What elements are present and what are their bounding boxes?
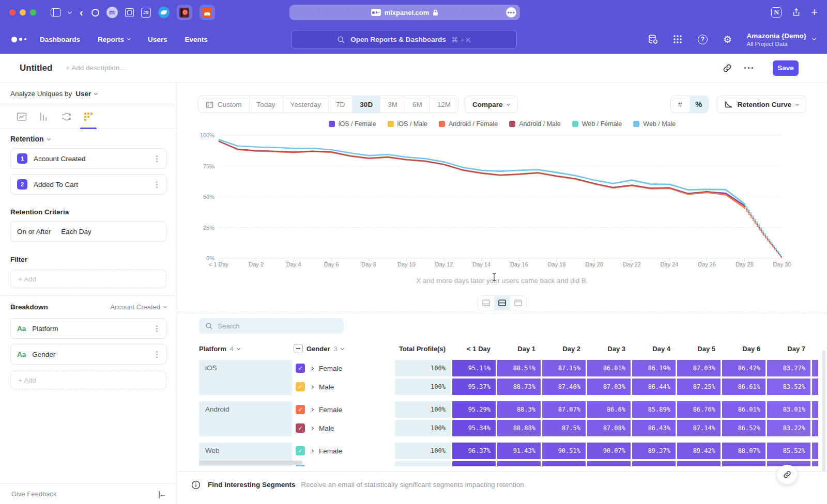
report-title[interactable]: Untitled [20, 63, 52, 73]
day-column-header[interactable]: Day 1 [497, 345, 541, 353]
series-checkbox[interactable]: ✓ [296, 382, 305, 391]
range-button-7d[interactable]: 7D [328, 96, 352, 113]
retention-value-cell[interactable]: 88.34% [722, 461, 765, 466]
pinned-tab-readwise[interactable] [177, 5, 192, 20]
sidebar-toggle-icon[interactable] [51, 8, 61, 17]
retention-value-cell[interactable]: 87.5% [542, 420, 586, 436]
retention-value-cell[interactable]: 90.07% [587, 443, 631, 459]
settings-gear-icon[interactable]: ⚙ [722, 34, 733, 45]
gender-cell[interactable]: ✓Male [294, 461, 393, 466]
retention-value-cell[interactable]: 87.14% [677, 420, 721, 436]
copy-link-icon[interactable] [723, 64, 732, 73]
zoom-window-button[interactable] [30, 9, 36, 15]
retention-value-cell[interactable]: 91.43% [497, 443, 541, 459]
retention-value-cell[interactable]: 87.03% [677, 360, 721, 376]
retention-value-cell[interactable]: 87.25% [677, 379, 721, 395]
retention-value-cell[interactable]: 88.07% [722, 443, 765, 459]
nav-item-users[interactable]: Users [148, 36, 167, 43]
retention-value-cell[interactable]: 83.27% [767, 360, 810, 376]
chart-only-view-button[interactable] [478, 296, 494, 310]
day-column-header[interactable]: Day 3 [587, 345, 631, 353]
retention-line-chart[interactable] [219, 133, 782, 261]
legend-item[interactable]: iOS / Male [388, 120, 427, 128]
retention-value-cell[interactable]: 88.51% [497, 360, 541, 376]
expand-row-icon[interactable] [310, 407, 314, 411]
retention-value-cell[interactable]: 86.6% [587, 401, 631, 418]
series-line-ios-male[interactable] [219, 141, 744, 207]
retention-value-cell[interactable]: 85.52% [767, 443, 810, 459]
breakdown-platform[interactable]: Aa Platform [10, 318, 166, 339]
series-line-web-female[interactable] [219, 140, 744, 204]
give-feedback-link[interactable]: Give Feedback [11, 490, 56, 498]
table-search[interactable] [199, 318, 344, 334]
legend-item[interactable]: Android / Male [509, 120, 561, 128]
tab-flows-icon[interactable] [61, 112, 71, 122]
retention-value-cell[interactable]: 95.37% [452, 379, 496, 395]
org-switcher[interactable]: Amazonia {Demo} All Project Data [746, 32, 816, 47]
day-column-header[interactable]: < 1 Day [452, 345, 496, 353]
series-checkbox[interactable]: ✓ [296, 364, 305, 373]
table-only-view-button[interactable] [510, 296, 526, 310]
url-more-button[interactable]: ••• [506, 7, 516, 18]
retention-value-cell[interactable]: 87.07% [542, 401, 586, 418]
split-view-button[interactable] [494, 296, 510, 310]
more-options-icon[interactable] [156, 158, 158, 160]
more-options-icon[interactable] [156, 354, 158, 355]
day-column-header[interactable]: Day 5 [677, 345, 721, 353]
retention-value-cell[interactable]: 89.48% [632, 461, 676, 466]
data-management-icon[interactable] [647, 34, 658, 45]
retention-value-cell[interactable]: 90.51% [542, 443, 586, 459]
retention-step-1[interactable]: 1 Account Created [10, 148, 166, 169]
retention-value-cell[interactable]: 88.3% [497, 401, 541, 418]
pinned-tab-soundcloud[interactable] [200, 5, 215, 20]
select-all-checkbox[interactable] [294, 344, 303, 353]
legend-item[interactable]: Web / Female [572, 120, 622, 128]
legend-item[interactable]: iOS / Female [329, 120, 376, 128]
tab-retention-icon[interactable] [83, 112, 94, 122]
retention-value-cell[interactable]: 89.37% [632, 443, 676, 459]
chevron-down-icon[interactable] [68, 9, 72, 13]
retention-value-cell[interactable]: 87.03% [587, 379, 631, 395]
retention-value-cell[interactable]: 86.42% [722, 360, 765, 376]
retention-value-cell[interactable]: 83.22% [767, 420, 810, 436]
platform-column-header[interactable]: Platform 4 [199, 345, 292, 353]
retention-value-cell[interactable]: 89.48% [677, 461, 721, 466]
nav-item-dashboards[interactable]: Dashboards [40, 36, 80, 43]
retention-value-cell[interactable]: 87.08% [587, 420, 631, 436]
retention-value-cell[interactable]: 86.61% [722, 379, 765, 395]
retention-section-label[interactable]: Retention [10, 135, 166, 143]
gender-cell[interactable]: ✓Male [294, 379, 393, 395]
range-button-30d[interactable]: 30D [352, 96, 380, 113]
pinned-tab-ring-icon[interactable] [91, 9, 99, 17]
nav-item-events[interactable]: Events [185, 36, 208, 43]
expand-row-icon[interactable] [310, 449, 314, 452]
retention-value-cell[interactable]: 86.19% [632, 360, 676, 376]
retention-value-cell[interactable]: 85.89% [632, 401, 676, 418]
retention-value-cell[interactable]: 95.34% [452, 420, 496, 436]
add-breakdown-button[interactable]: + Add [10, 371, 166, 389]
series-checkbox[interactable]: ✓ [296, 446, 305, 455]
retention-value-cell[interactable]: 88.73% [497, 379, 541, 395]
share-icon[interactable] [792, 8, 801, 17]
retention-value-cell[interactable]: 86.52% [722, 420, 765, 436]
add-filter-button[interactable]: + Add [10, 270, 166, 288]
retention-criteria-card[interactable]: On or After Each Day [10, 221, 166, 242]
mixpanel-logo[interactable] [11, 37, 26, 42]
analyze-row[interactable]: Analyze Uniques by User [0, 83, 177, 105]
range-button-6m[interactable]: 6M [405, 96, 430, 113]
retention-value-cell[interactable]: 96.84% [452, 461, 496, 466]
breakdown-gender[interactable]: Aa Gender [10, 344, 166, 365]
retention-value-cell[interactable]: 86.43% [632, 420, 676, 436]
horizontal-scrollbar[interactable] [199, 461, 302, 465]
series-line-web-male[interactable] [744, 203, 782, 257]
retention-value-cell[interactable]: 91.41% [497, 461, 541, 466]
compare-button[interactable]: Compare [465, 96, 518, 113]
day-column-header[interactable]: Day 2 [542, 345, 586, 353]
platform-cell[interactable]: iOS [199, 360, 292, 395]
total-profiles-header[interactable]: Total Profile(s) [395, 345, 451, 353]
series-line-android-female[interactable] [219, 141, 744, 208]
retention-step-2[interactable]: 2 Added To Cart [10, 174, 166, 195]
day-column-header[interactable]: Day 6 [722, 345, 765, 353]
expand-row-icon[interactable] [310, 385, 314, 388]
legend-item[interactable]: Android / Female [439, 120, 498, 128]
